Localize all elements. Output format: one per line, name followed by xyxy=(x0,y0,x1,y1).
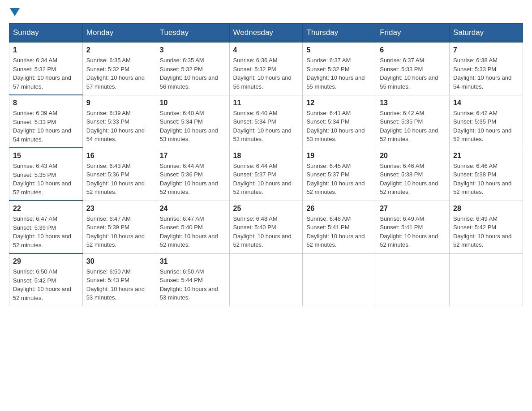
day-info: Sunrise: 6:48 AMSunset: 5:40 PMDaylight:… xyxy=(233,214,299,249)
header-monday: Monday xyxy=(82,24,156,43)
day-number: 1 xyxy=(13,46,79,54)
calendar-cell: 26Sunrise: 6:48 AMSunset: 5:41 PMDayligh… xyxy=(303,201,376,253)
calendar-cell xyxy=(450,253,523,306)
calendar-cell: 27Sunrise: 6:49 AMSunset: 5:41 PMDayligh… xyxy=(376,201,450,253)
day-number: 5 xyxy=(306,46,372,54)
day-info: Sunrise: 6:45 AMSunset: 5:37 PMDaylight:… xyxy=(306,162,372,197)
day-number: 14 xyxy=(453,99,519,107)
day-info: Sunrise: 6:49 AMSunset: 5:42 PMDaylight:… xyxy=(453,214,519,249)
calendar-week-row: 29Sunrise: 6:50 AMSunset: 5:42 PMDayligh… xyxy=(9,253,523,306)
day-info: Sunrise: 6:42 AMSunset: 5:35 PMDaylight:… xyxy=(453,109,519,144)
day-number: 25 xyxy=(233,205,299,213)
calendar-cell: 17Sunrise: 6:44 AMSunset: 5:36 PMDayligh… xyxy=(156,148,229,201)
day-info: Sunrise: 6:40 AMSunset: 5:34 PMDaylight:… xyxy=(233,109,299,144)
day-info: Sunrise: 6:38 AMSunset: 5:33 PMDaylight:… xyxy=(453,56,519,91)
calendar-cell: 29Sunrise: 6:50 AMSunset: 5:42 PMDayligh… xyxy=(9,253,83,306)
page-header xyxy=(9,9,523,14)
header-sunday: Sunday xyxy=(9,24,83,43)
day-number: 19 xyxy=(306,152,372,160)
calendar-week-row: 8Sunrise: 6:39 AMSunset: 5:33 PMDaylight… xyxy=(9,95,523,148)
calendar-cell: 1Sunrise: 6:34 AMSunset: 5:32 PMDaylight… xyxy=(9,42,83,95)
day-number: 13 xyxy=(380,99,446,107)
day-number: 4 xyxy=(233,46,299,54)
calendar-cell: 30Sunrise: 6:50 AMSunset: 5:43 PMDayligh… xyxy=(82,253,156,306)
day-info: Sunrise: 6:50 AMSunset: 5:44 PMDaylight:… xyxy=(160,267,226,302)
day-info: Sunrise: 6:39 AMSunset: 5:33 PMDaylight:… xyxy=(86,109,152,144)
day-number: 21 xyxy=(453,152,519,160)
calendar-cell: 16Sunrise: 6:43 AMSunset: 5:36 PMDayligh… xyxy=(82,148,156,201)
day-number: 15 xyxy=(13,152,79,160)
calendar-table: SundayMondayTuesdayWednesdayThursdayFrid… xyxy=(9,23,523,306)
day-info: Sunrise: 6:48 AMSunset: 5:41 PMDaylight:… xyxy=(306,214,372,249)
day-info: Sunrise: 6:50 AMSunset: 5:42 PMDaylight:… xyxy=(13,267,79,302)
day-info: Sunrise: 6:44 AMSunset: 5:36 PMDaylight:… xyxy=(160,162,226,197)
header-saturday: Saturday xyxy=(450,24,523,43)
calendar-cell: 10Sunrise: 6:40 AMSunset: 5:34 PMDayligh… xyxy=(156,95,229,148)
day-number: 24 xyxy=(160,205,226,213)
day-info: Sunrise: 6:47 AMSunset: 5:39 PMDaylight:… xyxy=(13,214,79,249)
day-number: 17 xyxy=(160,152,226,160)
day-number: 3 xyxy=(160,46,226,54)
calendar-cell: 15Sunrise: 6:43 AMSunset: 5:35 PMDayligh… xyxy=(9,148,83,201)
day-number: 28 xyxy=(453,205,519,213)
day-number: 12 xyxy=(306,99,372,107)
calendar-cell: 7Sunrise: 6:38 AMSunset: 5:33 PMDaylight… xyxy=(450,42,523,95)
calendar-cell: 22Sunrise: 6:47 AMSunset: 5:39 PMDayligh… xyxy=(9,201,83,253)
day-number: 30 xyxy=(86,257,152,265)
day-info: Sunrise: 6:39 AMSunset: 5:33 PMDaylight:… xyxy=(13,109,79,144)
calendar-cell: 14Sunrise: 6:42 AMSunset: 5:35 PMDayligh… xyxy=(450,95,523,148)
calendar-header-row: SundayMondayTuesdayWednesdayThursdayFrid… xyxy=(9,24,523,43)
calendar-cell: 18Sunrise: 6:44 AMSunset: 5:37 PMDayligh… xyxy=(229,148,303,201)
day-info: Sunrise: 6:40 AMSunset: 5:34 PMDaylight:… xyxy=(160,109,226,144)
calendar-week-row: 15Sunrise: 6:43 AMSunset: 5:35 PMDayligh… xyxy=(9,148,523,201)
logo xyxy=(9,9,20,14)
calendar-cell xyxy=(376,253,450,306)
day-info: Sunrise: 6:34 AMSunset: 5:32 PMDaylight:… xyxy=(13,56,79,91)
day-number: 29 xyxy=(13,257,79,265)
day-info: Sunrise: 6:41 AMSunset: 5:34 PMDaylight:… xyxy=(306,109,372,144)
calendar-cell: 4Sunrise: 6:36 AMSunset: 5:32 PMDaylight… xyxy=(229,42,303,95)
calendar-cell: 3Sunrise: 6:35 AMSunset: 5:32 PMDaylight… xyxy=(156,42,229,95)
calendar-cell: 9Sunrise: 6:39 AMSunset: 5:33 PMDaylight… xyxy=(82,95,156,148)
day-number: 23 xyxy=(86,205,152,213)
day-number: 22 xyxy=(13,205,79,213)
day-number: 18 xyxy=(233,152,299,160)
calendar-cell: 28Sunrise: 6:49 AMSunset: 5:42 PMDayligh… xyxy=(450,201,523,253)
day-info: Sunrise: 6:46 AMSunset: 5:38 PMDaylight:… xyxy=(453,162,519,197)
calendar-cell xyxy=(229,253,303,306)
day-number: 16 xyxy=(86,152,152,160)
day-info: Sunrise: 6:37 AMSunset: 5:32 PMDaylight:… xyxy=(306,56,372,91)
day-number: 7 xyxy=(453,46,519,54)
day-info: Sunrise: 6:47 AMSunset: 5:40 PMDaylight:… xyxy=(160,214,226,249)
calendar-week-row: 1Sunrise: 6:34 AMSunset: 5:32 PMDaylight… xyxy=(9,42,523,95)
calendar-week-row: 22Sunrise: 6:47 AMSunset: 5:39 PMDayligh… xyxy=(9,201,523,253)
calendar-cell: 12Sunrise: 6:41 AMSunset: 5:34 PMDayligh… xyxy=(303,95,376,148)
day-number: 27 xyxy=(380,205,446,213)
calendar-cell: 11Sunrise: 6:40 AMSunset: 5:34 PMDayligh… xyxy=(229,95,303,148)
day-number: 26 xyxy=(306,205,372,213)
calendar-cell: 21Sunrise: 6:46 AMSunset: 5:38 PMDayligh… xyxy=(450,148,523,201)
header-friday: Friday xyxy=(376,24,450,43)
day-info: Sunrise: 6:43 AMSunset: 5:36 PMDaylight:… xyxy=(86,162,152,197)
header-wednesday: Wednesday xyxy=(229,24,303,43)
calendar-cell: 19Sunrise: 6:45 AMSunset: 5:37 PMDayligh… xyxy=(303,148,376,201)
day-info: Sunrise: 6:36 AMSunset: 5:32 PMDaylight:… xyxy=(233,56,299,91)
calendar-cell: 20Sunrise: 6:46 AMSunset: 5:38 PMDayligh… xyxy=(376,148,450,201)
day-info: Sunrise: 6:43 AMSunset: 5:35 PMDaylight:… xyxy=(13,162,79,197)
calendar-cell: 2Sunrise: 6:35 AMSunset: 5:32 PMDaylight… xyxy=(82,42,156,95)
calendar-cell: 23Sunrise: 6:47 AMSunset: 5:39 PMDayligh… xyxy=(82,201,156,253)
day-info: Sunrise: 6:46 AMSunset: 5:38 PMDaylight:… xyxy=(380,162,446,197)
calendar-cell: 6Sunrise: 6:37 AMSunset: 5:33 PMDaylight… xyxy=(376,42,450,95)
day-number: 11 xyxy=(233,99,299,107)
logo-triangle-icon xyxy=(10,8,20,16)
day-number: 10 xyxy=(160,99,226,107)
day-info: Sunrise: 6:42 AMSunset: 5:35 PMDaylight:… xyxy=(380,109,446,144)
svg-marker-0 xyxy=(10,8,20,16)
calendar-cell: 24Sunrise: 6:47 AMSunset: 5:40 PMDayligh… xyxy=(156,201,229,253)
day-number: 8 xyxy=(13,99,79,107)
header-thursday: Thursday xyxy=(303,24,376,43)
day-info: Sunrise: 6:50 AMSunset: 5:43 PMDaylight:… xyxy=(86,267,152,302)
day-info: Sunrise: 6:49 AMSunset: 5:41 PMDaylight:… xyxy=(380,214,446,249)
day-number: 31 xyxy=(160,257,226,265)
day-number: 2 xyxy=(86,46,152,54)
